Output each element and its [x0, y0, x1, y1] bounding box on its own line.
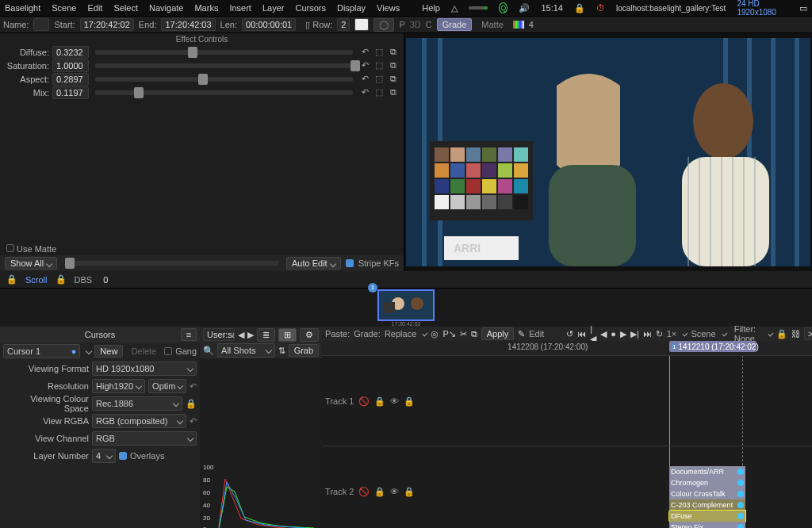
loop2-icon[interactable]: ↻: [656, 329, 663, 339]
layer-documents-arr[interactable]: Documents/ARR: [669, 466, 745, 477]
param-3-slider[interactable]: [95, 90, 353, 95]
menu-baselight[interactable]: Baselight: [5, 3, 40, 13]
undo-icon[interactable]: ↶: [190, 381, 197, 392]
graph-icon[interactable]: ⧉: [388, 74, 399, 84]
gang-checkbox[interactable]: [164, 347, 172, 355]
undo-icon[interactable]: ↶: [359, 87, 370, 98]
menu-marks[interactable]: Marks: [194, 3, 218, 13]
row-field[interactable]: 2: [337, 18, 350, 31]
menu-insert[interactable]: Insert: [229, 3, 251, 13]
menu-display[interactable]: Display: [337, 3, 366, 13]
graph-icon[interactable]: ⧉: [388, 47, 399, 57]
menu-navigate[interactable]: Navigate: [149, 3, 183, 13]
apply-button[interactable]: Apply: [481, 327, 515, 340]
matte-tab[interactable]: Matte: [477, 19, 508, 30]
graph-icon[interactable]: ⧉: [388, 60, 399, 71]
grab-button[interactable]: Grab: [289, 344, 319, 357]
lock-icon[interactable]: 🔒: [574, 3, 585, 13]
new-cursor-button[interactable]: New: [94, 345, 123, 358]
search-icon[interactable]: 🔍: [203, 346, 214, 356]
cursor-row-1-dropdown[interactable]: High1920: [92, 379, 145, 393]
gear-icon[interactable]: ⚙: [300, 328, 319, 342]
start-field[interactable]: 17:20:42:02: [80, 18, 134, 31]
pencil-icon[interactable]: ✎: [518, 329, 525, 339]
layer-colour-crosstalk[interactable]: Colour CrossTalk: [669, 488, 745, 499]
undo-icon[interactable]: ↶: [359, 60, 370, 71]
monitor-icon[interactable]: ▭: [799, 3, 807, 13]
overlays-checkbox[interactable]: [119, 452, 127, 460]
name-field[interactable]: [33, 18, 49, 31]
reset-icon[interactable]: ⬚: [373, 74, 385, 84]
row-icon[interactable]: ↶: [190, 416, 197, 427]
menu-layer[interactable]: Layer: [262, 3, 285, 13]
timeline-tracks[interactable]: Track 1 🚫🔒👁🔒 Track 2 🚫🔒👁🔒 Documents/ARRC…: [322, 355, 812, 528]
param-3-value[interactable]: 0.1197: [52, 86, 89, 99]
layer-stereo-fix[interactable]: Stereo Fix: [669, 522, 745, 528]
record-icon[interactable]: ●: [611, 329, 616, 339]
use-matte-checkbox[interactable]: [6, 244, 14, 252]
user-field[interactable]: User:sal: [203, 328, 235, 341]
cursor-row-2-dropdown[interactable]: Rec.1886: [92, 396, 182, 411]
param-0-value[interactable]: 0.3232: [52, 46, 89, 59]
undo-icon[interactable]: ↶: [359, 47, 370, 57]
cursor-row-1-aux[interactable]: Optim: [148, 379, 186, 393]
alert-icon[interactable]: △: [451, 3, 458, 13]
menu-edit[interactable]: Edit: [87, 3, 102, 13]
param-1-value[interactable]: 1.0000: [52, 59, 89, 72]
menu-help[interactable]: Help: [422, 3, 440, 13]
menu-cursors[interactable]: Cursors: [295, 3, 326, 13]
scroll-label[interactable]: Scroll: [25, 275, 48, 285]
scissors-icon[interactable]: ✂: [460, 329, 467, 339]
grid-view-icon[interactable]: ⊞: [278, 328, 297, 342]
lock-icon[interactable]: 🔒: [6, 274, 17, 285]
menu-views[interactable]: Views: [377, 3, 400, 13]
lock-icon[interactable]: 🔒: [776, 329, 787, 339]
stripe-kfs-checkbox[interactable]: [346, 259, 354, 267]
param-2-slider[interactable]: [95, 77, 353, 82]
event-0[interactable]: 1412208 (17:20:42:00): [508, 342, 588, 351]
cursor-row-3-dropdown[interactable]: RGB (composited): [92, 414, 186, 428]
layer-c-203-complement[interactable]: C-203 Complement: [669, 499, 745, 511]
speed-dropdown[interactable]: 1×: [667, 329, 677, 339]
cursor-row-5-dropdown[interactable]: 4: [92, 449, 116, 463]
zoom-field[interactable]: >999%: [804, 327, 812, 340]
menu-select[interactable]: Select: [113, 3, 138, 13]
loop-icon[interactable]: ↺: [566, 329, 573, 339]
param-1-slider[interactable]: [95, 63, 353, 68]
shots-dropdown[interactable]: All Shots: [217, 343, 275, 358]
menu-scene[interactable]: Scene: [52, 3, 76, 13]
row-icon[interactable]: 🔒: [186, 399, 197, 409]
list-view-icon[interactable]: ≣: [257, 328, 275, 342]
scene-dropdown[interactable]: Scene: [691, 329, 715, 339]
first-icon[interactable]: ⏮: [577, 329, 586, 339]
scene-path[interactable]: localhost:baselight_gallery:Test: [616, 4, 726, 13]
speaker-icon[interactable]: 🔊: [519, 3, 530, 13]
gallery-thumb-strip[interactable]: 1 17:20:42:02: [0, 289, 812, 327]
prev-icon[interactable]: ◀: [600, 329, 607, 339]
prev-icon[interactable]: ◀: [238, 330, 244, 340]
auto-edit-dropdown[interactable]: Auto Edit: [286, 257, 341, 270]
event-1[interactable]: 1 1412210 (17:20:42:02): [669, 341, 756, 352]
viewer[interactable]: ARRI: [404, 33, 812, 271]
circle-btn[interactable]: ◯: [373, 18, 394, 32]
step-fwd-icon[interactable]: ▶|: [630, 329, 639, 339]
link-icon[interactable]: ⛓: [791, 329, 800, 339]
reset-icon[interactable]: ⬚: [373, 87, 385, 98]
layer-chromogen[interactable]: Chromogen: [669, 477, 745, 488]
reset-icon[interactable]: ⬚: [373, 47, 385, 57]
next-icon[interactable]: ▶: [247, 330, 254, 340]
last-icon[interactable]: ⏭: [643, 329, 652, 339]
lock-icon[interactable]: 🔒: [56, 274, 67, 285]
gallery-thumb[interactable]: [377, 289, 435, 321]
reset-icon[interactable]: ⬚: [373, 60, 385, 71]
sliders-icon[interactable]: ≡: [181, 328, 197, 341]
cursor-row-4-dropdown[interactable]: RGB: [92, 431, 197, 446]
bars-icon[interactable]: [513, 21, 524, 29]
edit-label[interactable]: Edit: [529, 329, 544, 339]
history-icon[interactable]: ⏱: [596, 3, 605, 13]
dbs-label[interactable]: DBS: [75, 275, 93, 285]
param-2-value[interactable]: 0.2897: [52, 73, 89, 86]
cursor-select[interactable]: Cursor 1●: [3, 344, 80, 358]
copy-icon[interactable]: ⧉: [471, 329, 477, 339]
undo-icon[interactable]: ↶: [359, 74, 370, 84]
